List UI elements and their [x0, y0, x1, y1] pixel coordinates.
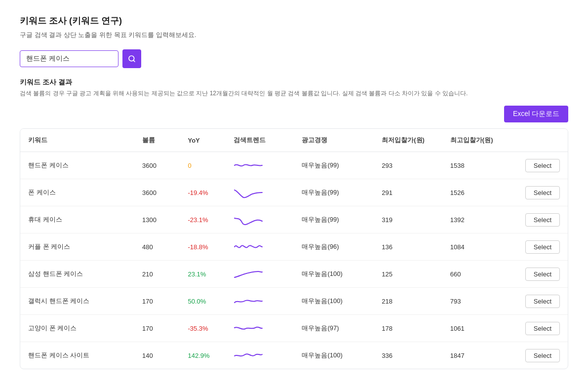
cell-yoy: 142.9% — [180, 342, 225, 369]
cell-competition: 매우높음(96) — [294, 233, 374, 261]
select-button-0[interactable]: Select — [525, 159, 560, 172]
cell-volume: 140 — [134, 342, 180, 369]
cell-trend — [226, 342, 294, 369]
cell-max-bid: 1392 — [442, 206, 511, 233]
col-volume: 볼륨 — [134, 129, 180, 152]
cell-max-bid: 660 — [442, 261, 511, 288]
cell-volume: 480 — [134, 233, 180, 261]
cell-volume: 3600 — [134, 152, 180, 179]
table-row: 핸드폰 케이스 3600 0 매우높음(99) 293 1538 Select — [20, 152, 568, 179]
cell-volume: 170 — [134, 315, 180, 342]
select-button-4[interactable]: Select — [525, 268, 560, 281]
table-header: 키워드 볼륨 YoY 검색트렌드 광고경쟁 최저입찰가(원) 최고입찰가(원) — [20, 129, 568, 152]
cell-yoy: -18.8% — [180, 233, 225, 261]
col-trend: 검색트렌드 — [226, 129, 294, 152]
cell-action: Select — [510, 206, 568, 233]
cell-min-bid: 336 — [374, 342, 442, 369]
cell-keyword: 휴대 케이스 — [20, 206, 134, 233]
table-row: 커플 폰 케이스 480 -18.8% 매우높음(96) 136 1084 Se… — [20, 233, 568, 261]
cell-keyword: 삼성 핸드폰 케이스 — [20, 261, 134, 288]
svg-line-1 — [133, 60, 135, 62]
select-button-3[interactable]: Select — [525, 240, 560, 254]
results-desc: 검색 볼륨의 경우 구글 광고 계획을 위해 사용되는 제공되는 값으로 지난 … — [20, 89, 568, 98]
search-button[interactable] — [122, 49, 141, 68]
cell-competition: 매우높음(100) — [294, 342, 374, 369]
cell-trend — [226, 206, 294, 233]
cell-trend — [226, 261, 294, 288]
cell-competition: 매우높음(100) — [294, 261, 374, 288]
cell-trend — [226, 315, 294, 342]
cell-yoy: 0 — [180, 152, 225, 179]
cell-competition: 매우높음(97) — [294, 315, 374, 342]
cell-action: Select — [510, 342, 568, 369]
excel-row: Excel 다운로드 — [20, 106, 568, 122]
cell-keyword: 갤럭시 핸드폰 케이스 — [20, 288, 134, 315]
cell-yoy: -19.4% — [180, 179, 225, 206]
col-keyword: 키워드 — [20, 129, 134, 152]
select-button-2[interactable]: Select — [525, 213, 560, 227]
cell-keyword: 고양이 폰 케이스 — [20, 315, 134, 342]
cell-keyword: 핸드폰 케이스 — [20, 152, 134, 179]
cell-competition: 매우높음(100) — [294, 288, 374, 315]
search-input[interactable] — [20, 50, 118, 67]
cell-action: Select — [510, 261, 568, 288]
cell-volume: 210 — [134, 261, 180, 288]
select-button-7[interactable]: Select — [525, 349, 560, 362]
cell-yoy: 50.0% — [180, 288, 225, 315]
cell-trend — [226, 179, 294, 206]
table-row: 삼성 핸드폰 케이스 210 23.1% 매우높음(100) 125 660 S… — [20, 261, 568, 288]
cell-max-bid: 1538 — [442, 152, 511, 179]
results-label: 키워드 조사 결과 — [20, 78, 568, 87]
search-row — [20, 49, 568, 68]
cell-volume: 1300 — [134, 206, 180, 233]
page-title: 키워드 조사 (키워드 연구) — [20, 15, 568, 27]
cell-min-bid: 291 — [374, 179, 442, 206]
cell-competition: 매우높음(99) — [294, 152, 374, 179]
cell-keyword: 커플 폰 케이스 — [20, 233, 134, 261]
excel-download-button[interactable]: Excel 다운로드 — [504, 106, 568, 122]
cell-max-bid: 1847 — [442, 342, 511, 369]
cell-action: Select — [510, 288, 568, 315]
cell-yoy: 23.1% — [180, 261, 225, 288]
cell-volume: 3600 — [134, 179, 180, 206]
select-button-1[interactable]: Select — [525, 186, 560, 199]
col-min-bid: 최저입찰가(원) — [374, 129, 442, 152]
cell-volume: 170 — [134, 288, 180, 315]
results-table: 키워드 볼륨 YoY 검색트렌드 광고경쟁 최저입찰가(원) 최고입찰가(원) … — [20, 128, 568, 369]
cell-min-bid: 319 — [374, 206, 442, 233]
cell-competition: 매우높음(99) — [294, 179, 374, 206]
page-subtitle: 구글 검색 결과 상단 노출을 위한 목표 키워드를 입력해보세요. — [20, 31, 568, 39]
cell-trend — [226, 288, 294, 315]
cell-min-bid: 293 — [374, 152, 442, 179]
cell-max-bid: 793 — [442, 288, 511, 315]
cell-min-bid: 178 — [374, 315, 442, 342]
table-row: 폰 케이스 3600 -19.4% 매우높음(99) 291 1526 Sele… — [20, 179, 568, 206]
cell-max-bid: 1526 — [442, 179, 511, 206]
cell-yoy: -23.1% — [180, 206, 225, 233]
search-icon — [128, 55, 136, 63]
cell-max-bid: 1084 — [442, 233, 511, 261]
cell-min-bid: 125 — [374, 261, 442, 288]
cell-trend — [226, 233, 294, 261]
cell-keyword: 폰 케이스 — [20, 179, 134, 206]
col-action — [510, 129, 568, 152]
col-competition: 광고경쟁 — [294, 129, 374, 152]
table-row: 고양이 폰 케이스 170 -35.3% 매우높음(97) 178 1061 S… — [20, 315, 568, 342]
table-row: 휴대 케이스 1300 -23.1% 매우높음(99) 319 1392 Sel… — [20, 206, 568, 233]
col-max-bid: 최고입찰가(원) — [442, 129, 511, 152]
table-row: 갤럭시 핸드폰 케이스 170 50.0% 매우높음(100) 218 793 … — [20, 288, 568, 315]
cell-action: Select — [510, 315, 568, 342]
cell-competition: 매우높음(99) — [294, 206, 374, 233]
select-button-6[interactable]: Select — [525, 322, 560, 335]
cell-max-bid: 1061 — [442, 315, 511, 342]
cell-yoy: -35.3% — [180, 315, 225, 342]
cell-min-bid: 218 — [374, 288, 442, 315]
cell-action: Select — [510, 233, 568, 261]
cell-min-bid: 136 — [374, 233, 442, 261]
cell-trend — [226, 152, 294, 179]
cell-action: Select — [510, 179, 568, 206]
table-row: 핸드폰 케이스 사이트 140 142.9% 매우높음(100) 336 184… — [20, 342, 568, 369]
select-button-5[interactable]: Select — [525, 295, 560, 308]
cell-action: Select — [510, 152, 568, 179]
cell-keyword: 핸드폰 케이스 사이트 — [20, 342, 134, 369]
